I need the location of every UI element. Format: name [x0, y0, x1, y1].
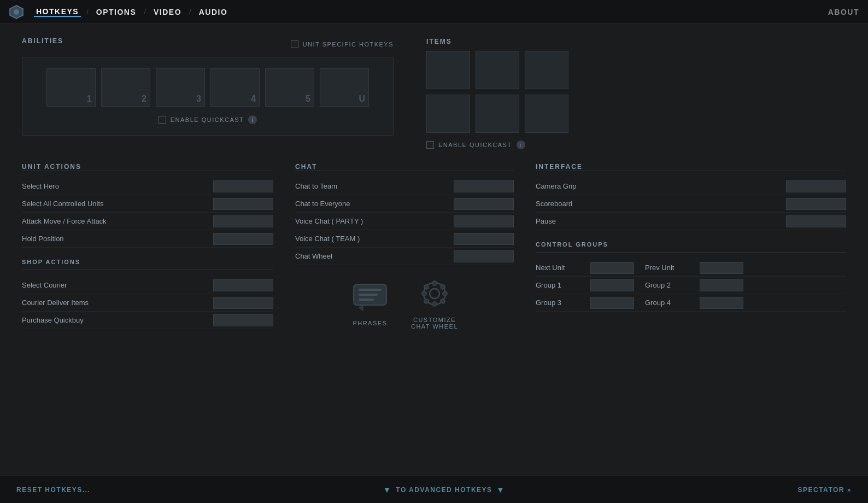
- shop-action-label-0: Select Courier: [22, 281, 213, 289]
- chat-row-3: Voice Chat ( TEAM ): [295, 230, 514, 248]
- nav-hotkeys[interactable]: HOTKEYS: [34, 7, 81, 17]
- chat-label-2: Voice Chat ( PARTY ): [295, 217, 454, 225]
- nav-about[interactable]: ABOUT: [828, 8, 859, 16]
- unit-specific-label: UNIT SPECIFIC HOTKEYS: [303, 41, 394, 48]
- chat-input-2[interactable]: [454, 215, 514, 227]
- interface-label-1: Scoreboard: [536, 200, 786, 208]
- shop-action-input-1[interactable]: [213, 297, 273, 309]
- chat-input-0[interactable]: [454, 180, 514, 192]
- nav-sep-1: /: [86, 8, 89, 16]
- items-quickcast-checkbox[interactable]: [426, 141, 434, 149]
- svg-point-8: [430, 289, 439, 299]
- cg-prev-unit-input[interactable]: [700, 262, 743, 274]
- ability-slots: 1 2 3 4 5 U: [36, 68, 380, 107]
- unit-action-input-2[interactable]: [213, 215, 273, 227]
- unit-actions-divider: [22, 171, 273, 171]
- item-slot-6[interactable]: [525, 95, 568, 133]
- chevron-down-right-icon: ▼: [497, 486, 505, 494]
- item-slot-4[interactable]: [426, 95, 470, 133]
- interface-input-1[interactable]: [786, 198, 846, 210]
- unit-action-input-1[interactable]: [213, 198, 273, 210]
- ability-slot-label-1: 1: [87, 94, 92, 104]
- item-slot-2[interactable]: [476, 51, 519, 89]
- unit-specific-checkbox[interactable]: [291, 40, 298, 48]
- advanced-hotkeys-label: TO ADVANCED HOTKEYS: [396, 486, 492, 494]
- top-nav: HOTKEYS / OPTIONS / VIDEO / AUDIO ABOUT: [0, 0, 868, 24]
- ability-slot-3[interactable]: 3: [156, 68, 205, 107]
- shop-actions-divider: [22, 270, 273, 270]
- items-section: ITEMS ENABLE QUICKCAST i: [426, 37, 846, 149]
- unit-specific-row: UNIT SPECIFIC HOTKEYS: [291, 40, 394, 48]
- svg-rect-9: [433, 281, 436, 285]
- items-title: ITEMS: [426, 38, 452, 45]
- item-slot-3[interactable]: [525, 51, 568, 89]
- cg-group2-label: Group 2: [645, 281, 700, 289]
- cg-row-2: Group 3 Group 4: [536, 294, 846, 312]
- abilities-header: ABILITIES UNIT SPECIFIC HOTKEYS: [22, 37, 394, 51]
- ability-slot-2[interactable]: 2: [101, 68, 150, 107]
- chat-input-4[interactable]: [454, 250, 514, 262]
- unit-action-row-1: Select All Controlled Units: [22, 195, 273, 213]
- abilities-info-icon[interactable]: i: [248, 115, 257, 124]
- unit-action-row-2: Attack Move / Force Attack: [22, 213, 273, 230]
- chat-input-3[interactable]: [454, 233, 514, 245]
- cg-group3-input[interactable]: [590, 297, 634, 309]
- customize-chat-wheel-label: CUSTOMIZE CHAT WHEEL: [411, 317, 458, 330]
- abilities-quickcast-checkbox[interactable]: [159, 116, 166, 124]
- nav-audio[interactable]: AUDIO: [197, 8, 230, 16]
- cg-group2-input[interactable]: [700, 279, 743, 291]
- logo-icon: [9, 4, 24, 20]
- items-quickcast-row: ENABLE QUICKCAST i: [426, 141, 846, 149]
- interface-input-0[interactable]: [786, 180, 846, 192]
- abilities-section: ABILITIES UNIT SPECIFIC HOTKEYS 1 2 3: [22, 37, 394, 149]
- cg-group3-label: Group 3: [536, 299, 590, 307]
- shop-action-input-0[interactable]: [213, 279, 273, 291]
- ability-slot-label-6: U: [359, 94, 365, 104]
- chat-label-4: Chat Wheel: [295, 252, 454, 260]
- interface-row-1: Scoreboard: [536, 195, 846, 213]
- abilities-items-row: ABILITIES UNIT SPECIFIC HOTKEYS 1 2 3: [22, 37, 846, 149]
- chat-label-1: Chat to Everyone: [295, 200, 454, 208]
- cg-group4-input[interactable]: [700, 297, 743, 309]
- reset-hotkeys-button[interactable]: RESET HOTKEYS...: [16, 486, 90, 494]
- unit-action-row-3: Hold Position: [22, 230, 273, 248]
- svg-rect-11: [422, 292, 426, 295]
- main-content: ABILITIES UNIT SPECIFIC HOTKEYS 1 2 3: [0, 24, 868, 476]
- ability-slot-1[interactable]: 1: [46, 68, 96, 107]
- unit-actions-title: UNIT ACTIONS: [22, 163, 81, 171]
- items-info-icon[interactable]: i: [517, 141, 525, 149]
- unit-action-input-3[interactable]: [213, 233, 273, 245]
- nav-options[interactable]: OPTIONS: [94, 8, 139, 16]
- ability-slot-5[interactable]: 5: [265, 68, 314, 107]
- nav-sep-3: /: [189, 8, 191, 16]
- chat-input-1[interactable]: [454, 198, 514, 210]
- ability-slot-4[interactable]: 4: [210, 68, 260, 107]
- item-slot-5[interactable]: [476, 95, 519, 133]
- shop-action-label-1: Courier Deliver Items: [22, 299, 213, 307]
- item-slot-1[interactable]: [426, 51, 470, 89]
- svg-rect-4: [359, 294, 378, 296]
- items-quickcast-label: ENABLE QUICKCAST: [438, 142, 512, 148]
- nav-video[interactable]: VIDEO: [151, 8, 184, 16]
- ability-slot-6[interactable]: U: [320, 68, 369, 107]
- customize-chat-wheel-button[interactable]: CUSTOMIZE CHAT WHEEL: [411, 278, 458, 330]
- unit-actions-list: Select Hero Select All Controlled Units …: [22, 178, 273, 248]
- cg-group1-input[interactable]: [590, 279, 634, 291]
- spectator-button[interactable]: SPECTATOR »: [797, 486, 852, 494]
- chat-row-0: Chat to Team: [295, 178, 514, 195]
- shop-action-row-0: Select Courier: [22, 277, 273, 294]
- shop-action-input-2[interactable]: [213, 314, 273, 326]
- cg-row-0: Next Unit Prev Unit: [536, 259, 846, 277]
- shop-actions-title: SHOP ACTIONS: [22, 259, 273, 265]
- svg-point-1: [14, 9, 19, 15]
- phrases-button[interactable]: PHRASES: [351, 282, 389, 326]
- chat-divider: [295, 171, 514, 171]
- interface-input-2[interactable]: [786, 215, 846, 227]
- chat-list: Chat to Team Chat to Everyone Voice Chat…: [295, 178, 514, 265]
- ability-slot-label-2: 2: [142, 94, 146, 104]
- unit-action-input-0[interactable]: [213, 180, 273, 192]
- cg-next-unit-input[interactable]: [590, 262, 634, 274]
- advanced-hotkeys-button[interactable]: ▼ TO ADVANCED HOTKEYS ▼: [90, 486, 797, 494]
- unit-action-label-0: Select Hero: [22, 182, 213, 190]
- cg-group4-label: Group 4: [645, 299, 700, 307]
